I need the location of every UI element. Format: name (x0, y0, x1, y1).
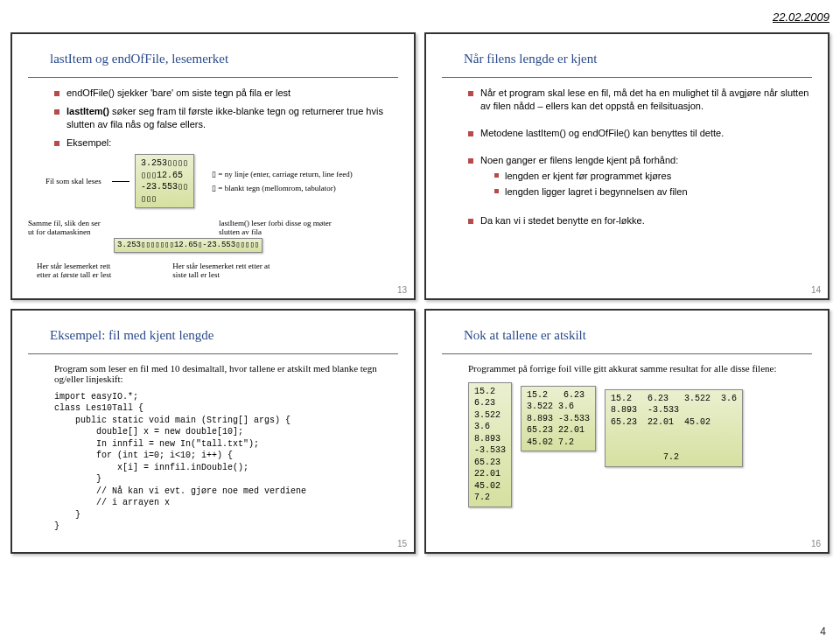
bullet-text: søker seg fram til første ikke-blanke te… (66, 106, 383, 129)
bullet: Når et program skal lese en fil, må det … (468, 87, 812, 113)
slide-title: Eksempel: fil med kjent lengde (50, 328, 398, 343)
slide-pagenum: 15 (397, 539, 407, 549)
slide-14: Når filens lengde er kjent Når et progra… (424, 32, 830, 300)
legend-blank: ▯ = blankt tegn (mellomrom, tabulator) (212, 184, 353, 192)
slide-13: lastItem og endOfFile, lesemerket endOfF… (10, 32, 416, 300)
bullet: Eksempel: (54, 136, 398, 150)
arrow-line (112, 181, 130, 182)
legend-newline: ▯ = ny linje (enter, carriage return, li… (212, 170, 353, 178)
divider (28, 353, 398, 354)
bullet-strong: lastItem() (66, 106, 109, 116)
bullet-text: Når et program skal lese en fil, må det … (480, 87, 808, 111)
divider (28, 77, 398, 78)
sub-text: lengden er kjent før programmet kjøres (505, 171, 671, 181)
divider (442, 353, 812, 354)
bullet: endOfFile() sjekker 'bare' om siste tegn… (54, 87, 398, 100)
sub-bullet: lengden ligger lagret i begynnelsen av f… (494, 185, 812, 199)
filebox-2: 15.2 6.23 3.522 3.6 8.893 -3.533 65.23 2… (521, 386, 596, 452)
slide-grid: lastItem og endOfFile, lesemerket endOfF… (10, 32, 830, 554)
bullet: Noen ganger er filens lengde kjent på fo… (468, 154, 812, 199)
slide-intro: Programmet på forrige foil ville gitt ak… (468, 363, 812, 374)
bullet: Metodene lastItem() og endOfFile() kan b… (468, 127, 812, 140)
label-same-file: Samme fil, slik den ser ut for datamaski… (28, 219, 107, 236)
slide-pagenum: 16 (811, 539, 821, 549)
note-last-mark: Her står lesemerket rett etter at siste … (172, 262, 270, 279)
bullet: lastItem() søker seg fram til første ikk… (54, 105, 398, 131)
note-lastitem: lastItem() leser forbi disse og møter sl… (219, 219, 398, 236)
filebox-1: 15.2 6.23 3.522 3.6 8.893 -3.533 65.23 2… (468, 382, 512, 507)
sub-bullet: lengden er kjent før programmet kjøres (494, 170, 812, 183)
bullet-text: Eksempel: (66, 137, 111, 148)
bullet-text: Noen ganger er filens lengde kjent på fo… (480, 155, 678, 165)
slide-title: lastItem og endOfFile, lesemerket (50, 52, 398, 66)
filebox-3: 15.2 6.23 3.522 3.6 8.893 -3.533 65.23 2… (605, 389, 743, 467)
bullet-text: Da kan vi i stedet benytte en for-løkke. (480, 215, 645, 226)
slide-intro: Program som leser en fil med 10 desimalt… (54, 363, 398, 384)
bullet-text: Metodene lastItem() og endOfFile() kan b… (480, 128, 724, 138)
slide-title: Nok at tallene er atskilt (464, 328, 812, 343)
slide-16: Nok at tallene er atskilt Programmet på … (424, 309, 830, 554)
filebox-tape: 3.253▯▯▯▯▯▯▯12.65▯-23.553▯▯▯▯▯ (114, 238, 262, 252)
filebox-multiline: 3.253▯▯▯▯ ▯▯▯12.65 -23.553▯▯ ▯▯▯ (135, 154, 194, 208)
note-first-mark: Her står lesemerket rett etter at første… (37, 262, 111, 279)
slide-pagenum: 14 (811, 285, 821, 295)
code-block: import easyIO.*; class Les10Tall { publi… (54, 391, 398, 533)
slide-title: Når filens lengde er kjent (464, 52, 812, 66)
bullet: Da kan vi i stedet benytte en for-løkke. (468, 214, 812, 227)
page-date: 22.02.2009 (10, 10, 830, 24)
bullet-text: endOfFile() sjekker 'bare' om siste tegn… (66, 87, 290, 98)
divider (442, 77, 812, 78)
slide-15: Eksempel: fil med kjent lengde Program s… (10, 309, 416, 554)
sub-text: lengden ligger lagret i begynnelsen av f… (505, 186, 688, 197)
label-file-read: Fil som skal leses (46, 177, 107, 185)
slide-pagenum: 13 (397, 285, 407, 295)
